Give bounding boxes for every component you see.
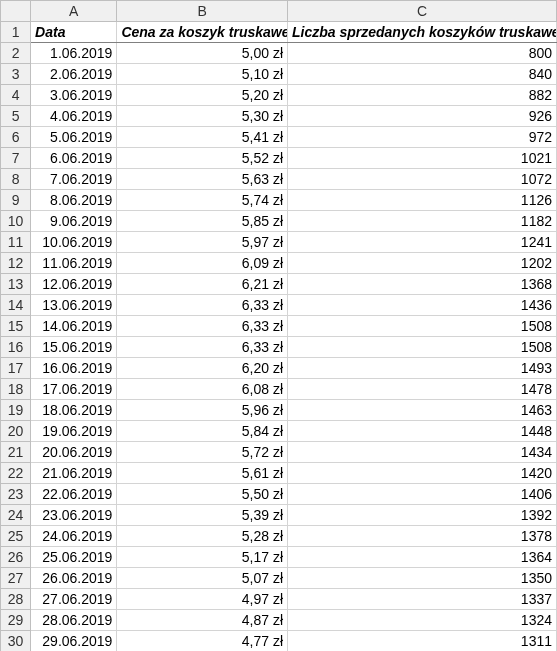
cell-date[interactable]: 10.06.2019 (31, 232, 117, 253)
row-header[interactable]: 18 (1, 379, 31, 400)
cell-quantity[interactable]: 800 (288, 43, 557, 64)
cell-quantity[interactable]: 1420 (288, 463, 557, 484)
row-header[interactable]: 4 (1, 85, 31, 106)
row-header[interactable]: 22 (1, 463, 31, 484)
cell-date[interactable]: 19.06.2019 (31, 421, 117, 442)
col-header-c[interactable]: C (288, 1, 557, 22)
cell-quantity[interactable]: 1478 (288, 379, 557, 400)
row-header[interactable]: 29 (1, 610, 31, 631)
cell-quantity[interactable]: 1364 (288, 547, 557, 568)
cell-price[interactable]: 5,07 zł (117, 568, 288, 589)
cell-quantity[interactable]: 1072 (288, 169, 557, 190)
cell-date[interactable]: 4.06.2019 (31, 106, 117, 127)
cell-quantity[interactable]: 1311 (288, 631, 557, 652)
cell-price[interactable]: 6,09 zł (117, 253, 288, 274)
cell-quantity[interactable]: 1368 (288, 274, 557, 295)
cell-price[interactable]: 6,08 zł (117, 379, 288, 400)
row-header[interactable]: 20 (1, 421, 31, 442)
row-header[interactable]: 15 (1, 316, 31, 337)
cell-quantity[interactable]: 1463 (288, 400, 557, 421)
cell-price[interactable]: 5,10 zł (117, 64, 288, 85)
cell-quantity[interactable]: 840 (288, 64, 557, 85)
cell-price[interactable]: 5,52 zł (117, 148, 288, 169)
row-header[interactable]: 1 (1, 22, 31, 43)
header-cell-quantity[interactable]: Liczba sprzedanych koszyków truskawek (288, 22, 557, 43)
row-header[interactable]: 5 (1, 106, 31, 127)
cell-date[interactable]: 26.06.2019 (31, 568, 117, 589)
cell-date[interactable]: 2.06.2019 (31, 64, 117, 85)
cell-price[interactable]: 5,97 zł (117, 232, 288, 253)
cell-date[interactable]: 29.06.2019 (31, 631, 117, 652)
cell-price[interactable]: 6,20 zł (117, 358, 288, 379)
row-header[interactable]: 2 (1, 43, 31, 64)
cell-date[interactable]: 12.06.2019 (31, 274, 117, 295)
cell-quantity[interactable]: 1508 (288, 316, 557, 337)
header-cell-data[interactable]: Data (31, 22, 117, 43)
cell-quantity[interactable]: 882 (288, 85, 557, 106)
row-header[interactable]: 11 (1, 232, 31, 253)
header-cell-price[interactable]: Cena za koszyk truskawek (117, 22, 288, 43)
row-header[interactable]: 9 (1, 190, 31, 211)
cell-date[interactable]: 16.06.2019 (31, 358, 117, 379)
cell-price[interactable]: 5,50 zł (117, 484, 288, 505)
row-header[interactable]: 24 (1, 505, 31, 526)
cell-price[interactable]: 6,33 zł (117, 295, 288, 316)
cell-date[interactable]: 7.06.2019 (31, 169, 117, 190)
row-header[interactable]: 14 (1, 295, 31, 316)
cell-price[interactable]: 5,72 zł (117, 442, 288, 463)
cell-date[interactable]: 15.06.2019 (31, 337, 117, 358)
cell-quantity[interactable]: 1436 (288, 295, 557, 316)
row-header[interactable]: 23 (1, 484, 31, 505)
cell-price[interactable]: 6,33 zł (117, 337, 288, 358)
cell-date[interactable]: 28.06.2019 (31, 610, 117, 631)
row-header[interactable]: 30 (1, 631, 31, 652)
cell-price[interactable]: 5,41 zł (117, 127, 288, 148)
cell-date[interactable]: 3.06.2019 (31, 85, 117, 106)
cell-price[interactable]: 5,28 zł (117, 526, 288, 547)
cell-date[interactable]: 18.06.2019 (31, 400, 117, 421)
cell-price[interactable]: 5,20 zł (117, 85, 288, 106)
row-header[interactable]: 8 (1, 169, 31, 190)
cell-price[interactable]: 5,96 zł (117, 400, 288, 421)
cell-date[interactable]: 17.06.2019 (31, 379, 117, 400)
cell-quantity[interactable]: 1241 (288, 232, 557, 253)
cell-price[interactable]: 5,39 zł (117, 505, 288, 526)
cell-quantity[interactable]: 1021 (288, 148, 557, 169)
row-header[interactable]: 13 (1, 274, 31, 295)
row-header[interactable]: 16 (1, 337, 31, 358)
row-header[interactable]: 19 (1, 400, 31, 421)
cell-price[interactable]: 4,97 zł (117, 589, 288, 610)
cell-quantity[interactable]: 1434 (288, 442, 557, 463)
cell-quantity[interactable]: 1493 (288, 358, 557, 379)
row-header[interactable]: 7 (1, 148, 31, 169)
cell-price[interactable]: 5,84 zł (117, 421, 288, 442)
cell-date[interactable]: 23.06.2019 (31, 505, 117, 526)
corner-cell[interactable] (1, 1, 31, 22)
cell-quantity[interactable]: 972 (288, 127, 557, 148)
cell-date[interactable]: 24.06.2019 (31, 526, 117, 547)
cell-date[interactable]: 25.06.2019 (31, 547, 117, 568)
row-header[interactable]: 17 (1, 358, 31, 379)
cell-date[interactable]: 20.06.2019 (31, 442, 117, 463)
cell-price[interactable]: 5,00 zł (117, 43, 288, 64)
cell-quantity[interactable]: 1378 (288, 526, 557, 547)
row-header[interactable]: 27 (1, 568, 31, 589)
cell-price[interactable]: 6,21 zł (117, 274, 288, 295)
row-header[interactable]: 12 (1, 253, 31, 274)
cell-date[interactable]: 22.06.2019 (31, 484, 117, 505)
cell-price[interactable]: 5,30 zł (117, 106, 288, 127)
cell-quantity[interactable]: 1324 (288, 610, 557, 631)
cell-price[interactable]: 5,61 zł (117, 463, 288, 484)
cell-price[interactable]: 6,33 zł (117, 316, 288, 337)
cell-date[interactable]: 27.06.2019 (31, 589, 117, 610)
cell-quantity[interactable]: 1392 (288, 505, 557, 526)
row-header[interactable]: 3 (1, 64, 31, 85)
cell-quantity[interactable]: 1182 (288, 211, 557, 232)
cell-quantity[interactable]: 1508 (288, 337, 557, 358)
row-header[interactable]: 25 (1, 526, 31, 547)
cell-date[interactable]: 21.06.2019 (31, 463, 117, 484)
cell-quantity[interactable]: 926 (288, 106, 557, 127)
cell-date[interactable]: 9.06.2019 (31, 211, 117, 232)
cell-date[interactable]: 11.06.2019 (31, 253, 117, 274)
cell-price[interactable]: 5,74 zł (117, 190, 288, 211)
